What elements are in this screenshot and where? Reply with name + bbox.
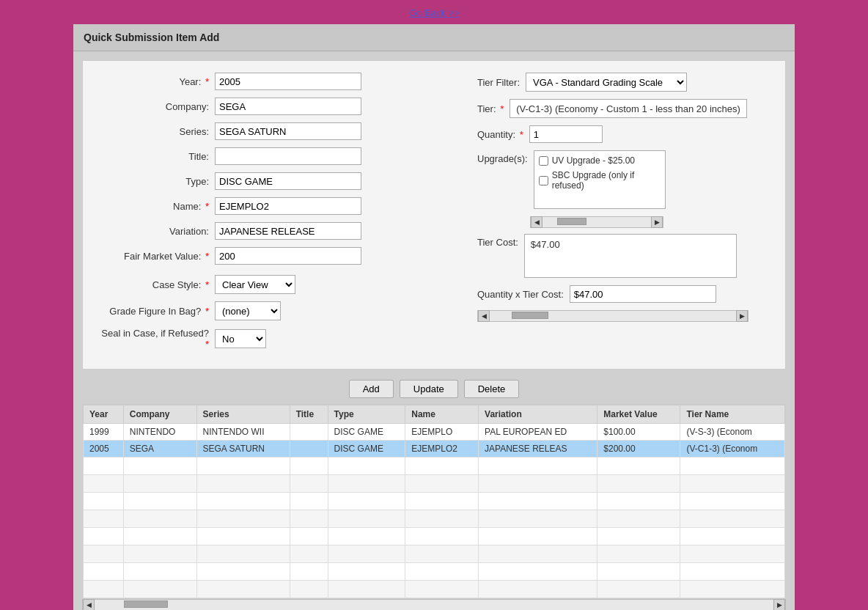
series-row: Series: [98,122,448,140]
table-cell: JAPANESE RELEAS [479,441,597,457]
table-cell-empty [84,457,124,475]
table-row-empty [84,528,785,545]
table-row-empty [84,581,785,598]
variation-input[interactable] [215,222,361,240]
table-cell-empty [123,581,196,598]
table-row[interactable]: 2005SEGASEGA SATURNDISC GAMEEJEMPLO2JAPA… [84,441,785,457]
qty-tier-cost-row: Quantity x Tier Cost: [477,285,770,303]
add-button[interactable]: Add [349,380,394,398]
table-scroll-wrapper: ◀ ▶ [82,599,786,610]
scroll-right-arrow[interactable]: ▶ [651,216,663,228]
table-scrollbar[interactable]: ◀ ▶ [82,599,786,610]
company-input[interactable] [215,98,361,115]
upgrade-uv-label: UV Upgrade - $25.00 [552,155,635,166]
table-scroll-track [95,600,773,610]
table-scroll-thumb [124,600,168,608]
table-body: 1999NINTENDONINTENDO WIIDISC GAMEEJEMPLO… [84,424,785,598]
data-table: Year Company Series Title Type Name Vari… [83,405,785,598]
seal-select[interactable]: No Yes [215,329,266,348]
delete-button[interactable]: Delete [464,380,520,398]
table-cell-empty [680,510,785,528]
table-cell-empty [479,581,597,598]
upgrade-sbc-checkbox[interactable] [539,176,548,185]
variation-label: Variation: [98,226,215,237]
table-cell-empty [84,528,124,545]
col-tier-name: Tier Name [680,405,785,424]
upgrade-uv-checkbox[interactable] [539,156,548,166]
year-label: Year: * [98,76,215,87]
scroll-left-arrow-2[interactable]: ◀ [478,310,490,322]
table-cell-empty [405,563,479,581]
series-input[interactable] [215,122,361,140]
table-row[interactable]: 1999NINTENDONINTENDO WIIDISC GAMEEJEMPLO… [84,424,785,441]
table-cell-empty [290,528,328,545]
case-style-select[interactable]: Clear View Standard Clamshell [215,275,295,294]
table-scroll-right[interactable]: ▶ [773,599,785,610]
table-row-empty [84,493,785,510]
form-area: Year: * Company: Series: [82,60,786,370]
table-cell-empty [123,475,196,493]
table-cell-empty [290,581,328,598]
type-input[interactable] [215,172,361,190]
tier-filter-select[interactable]: VGA - Standard Grading Scale [526,73,687,92]
case-style-dropdown[interactable]: Clear View Standard Clamshell [215,275,295,294]
case-style-label: Case Style: * [98,279,215,290]
table-cell [290,424,328,441]
table-cell: (V-C1-3) (Econom [680,441,785,457]
table-scroll-left[interactable]: ◀ [83,599,95,610]
data-table-wrapper: Year Company Series Title Type Name Vari… [82,404,786,599]
quantity-label: Quantity: * [477,129,523,140]
scroll-right-arrow-2[interactable]: ▶ [736,310,748,322]
table-cell-empty [405,581,479,598]
table-cell-empty [123,457,196,475]
upgrades-label: Upgrade(s): [477,153,528,164]
upgrades-row: Upgrade(s): UV Upgrade - $25.00 SBC Upgr… [477,150,770,209]
table-cell: SEGA [123,441,196,457]
table-cell-empty [84,475,124,493]
go-back-link[interactable]: Go Back >> [409,7,460,18]
grade-figure-label: Grade Figure In Bag? * [98,306,215,317]
fmv-input[interactable] [215,247,361,265]
table-cell-empty [597,581,680,598]
table-cell: NINTENDO [123,424,196,441]
table-cell-empty [597,563,680,581]
qty-tier-cost-label: Quantity x Tier Cost: [477,289,564,300]
table-cell-empty [123,493,196,510]
update-button[interactable]: Update [400,380,458,398]
table-cell-empty [84,510,124,528]
scroll-left-arrow[interactable]: ◀ [531,216,542,228]
table-cell-empty [597,510,680,528]
table-cell-empty [196,528,290,545]
table-header-row: Year Company Series Title Type Name Vari… [84,405,785,424]
col-company: Company [123,405,196,424]
year-input[interactable] [215,73,361,90]
upgrade-uv: UV Upgrade - $25.00 [539,155,661,166]
upgrades-scrollbar[interactable]: ◀ ▶ [530,216,663,228]
name-input[interactable] [215,197,361,215]
table-cell-empty [405,475,479,493]
panel-title: Quick Submission Item Add [84,32,219,43]
table-cell: NINTENDO WII [196,424,290,441]
form-right: Tier Filter: VGA - Standard Grading Scal… [477,73,770,357]
right-scrollbar[interactable]: ◀ ▶ [477,310,749,322]
tier-filter-row: Tier Filter: VGA - Standard Grading Scal… [477,73,770,92]
table-header: Year Company Series Title Type Name Vari… [84,405,785,424]
seal-dropdown[interactable]: No Yes [215,329,266,348]
table-cell-empty [328,457,405,475]
table-cell-empty [680,528,785,545]
table-cell-empty [290,545,328,563]
table-cell-empty [290,475,328,493]
table-cell: SEGA SATURN [196,441,290,457]
grade-figure-dropdown[interactable]: (none) Yes No [215,301,281,320]
table-cell-empty [479,457,597,475]
grade-figure-select[interactable]: (none) Yes No [215,301,281,320]
table-cell-empty [123,545,196,563]
scroll-track-2 [490,311,736,321]
table-cell-empty [479,528,597,545]
table-cell: DISC GAME [328,424,405,441]
quantity-input[interactable] [529,125,603,143]
title-input[interactable] [215,147,361,165]
table-cell-empty [328,528,405,545]
seal-row: Seal in Case, if Refused? * No Yes [98,328,448,350]
form-left: Year: * Company: Series: [98,73,448,357]
